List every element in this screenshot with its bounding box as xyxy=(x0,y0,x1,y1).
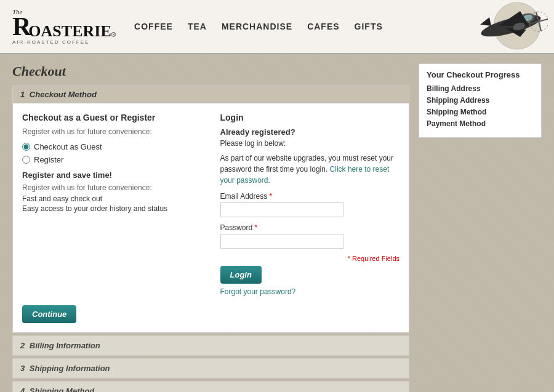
nav-merchandise[interactable]: MERCHANDISE xyxy=(222,22,292,31)
continue-row: Continue xyxy=(13,305,409,332)
required-note: * Required Fields xyxy=(220,255,400,262)
section-3-label: Shipping Information xyxy=(30,364,110,373)
nav-coffee[interactable]: COFFEE xyxy=(134,22,173,31)
login-col: Login Already registered? Please log in … xyxy=(220,113,400,296)
radio-guest[interactable] xyxy=(22,143,30,151)
logo: The R OASTERIE ® AIR-ROASTED COFFEE xyxy=(12,8,116,46)
progress-shipping-method: Shipping Method xyxy=(427,108,534,116)
section-1-checkout-method: 1 Checkout Method Checkout as a Guest or… xyxy=(12,86,409,333)
progress-payment: Payment Method xyxy=(427,119,534,128)
email-input[interactable] xyxy=(220,202,343,217)
sidebar: Your Checkout Progress Billing Address S… xyxy=(419,63,542,392)
please-log: Please log in below: xyxy=(220,139,400,148)
continue-button[interactable]: Continue xyxy=(22,305,76,323)
section-1-label: Checkout Method xyxy=(30,90,97,99)
section-2-billing[interactable]: 2 Billing Information xyxy=(12,335,409,356)
password-label: Password * xyxy=(220,223,400,232)
plane-svg xyxy=(431,0,548,52)
already-registered: Already registered? xyxy=(220,127,400,137)
section-3-number: 3 xyxy=(20,364,25,373)
login-button[interactable]: Login xyxy=(220,266,262,284)
guest-col-title: Checkout as a Guest or Register xyxy=(22,113,202,122)
nav-gifts[interactable]: GIFTS xyxy=(355,22,383,31)
main-wrap: Checkout 1 Checkout Method Checkout as a… xyxy=(0,54,554,392)
section-3-shipping[interactable]: 3 Shipping Information xyxy=(12,358,409,378)
register-title: Register and save time! xyxy=(22,170,202,180)
radio-register-row: Register xyxy=(22,155,202,164)
register-desc: Register with us for future convenience: xyxy=(22,183,202,192)
password-required-star: * xyxy=(252,223,257,232)
logo-oasterie: OASTERIE xyxy=(28,24,111,38)
progress-billing: Billing Address xyxy=(427,84,534,93)
password-input[interactable] xyxy=(220,234,343,249)
page-title: Checkout xyxy=(12,63,409,79)
email-required-star: * xyxy=(267,192,272,201)
svg-marker-6 xyxy=(480,17,491,26)
logo-sub: AIR-ROASTED COFFEE xyxy=(12,39,89,45)
upgrade-msg: As part of our website upgrades, you mus… xyxy=(220,153,400,186)
progress-shipping-address: Shipping Address xyxy=(427,96,534,105)
progress-title: Your Checkout Progress xyxy=(427,70,534,79)
section-4-shipping-method[interactable]: 4 Shipping Method xyxy=(12,381,409,392)
radio-register-label: Register xyxy=(34,155,63,164)
forgot-password-link[interactable]: Forgot your password? xyxy=(220,287,400,296)
section-2-header[interactable]: 2 Billing Information xyxy=(13,336,409,355)
section-4-header[interactable]: 4 Shipping Method xyxy=(13,382,409,392)
header: The R OASTERIE ® AIR-ROASTED COFFEE COFF… xyxy=(0,0,554,54)
radio-register[interactable] xyxy=(22,156,30,164)
section-4-number: 4 xyxy=(20,386,25,392)
guest-col-subtitle: Register with us for future convenience: xyxy=(22,127,202,136)
content-area: Checkout 1 Checkout Method Checkout as a… xyxy=(12,63,409,392)
section-4-label: Shipping Method xyxy=(30,386,94,392)
section-1-header: 1 Checkout Method xyxy=(13,86,409,103)
section-1-number: 1 xyxy=(20,90,25,99)
section-2-number: 2 xyxy=(20,341,25,350)
logo-registered: ® xyxy=(111,32,116,38)
nav-tea[interactable]: TEA xyxy=(188,22,207,31)
nav-cafes[interactable]: CAFES xyxy=(307,22,339,31)
login-title: Login xyxy=(220,113,400,122)
guest-register-col: Checkout as a Guest or Register Register… xyxy=(22,113,202,296)
plane-decoration xyxy=(431,0,554,54)
section-1-content: Checkout as a Guest or Register Register… xyxy=(13,103,409,305)
benefit-1: Fast and easy check out xyxy=(22,194,202,203)
section-2-label: Billing Information xyxy=(30,341,100,350)
progress-box: Your Checkout Progress Billing Address S… xyxy=(419,63,542,138)
radio-guest-row: Checkout as Guest xyxy=(22,142,202,151)
radio-guest-label: Checkout as Guest xyxy=(34,142,102,151)
benefit-2: Easy access to your order history and st… xyxy=(22,204,202,213)
section-3-header[interactable]: 3 Shipping Information xyxy=(13,359,409,378)
email-label: Email Address * xyxy=(220,192,400,201)
